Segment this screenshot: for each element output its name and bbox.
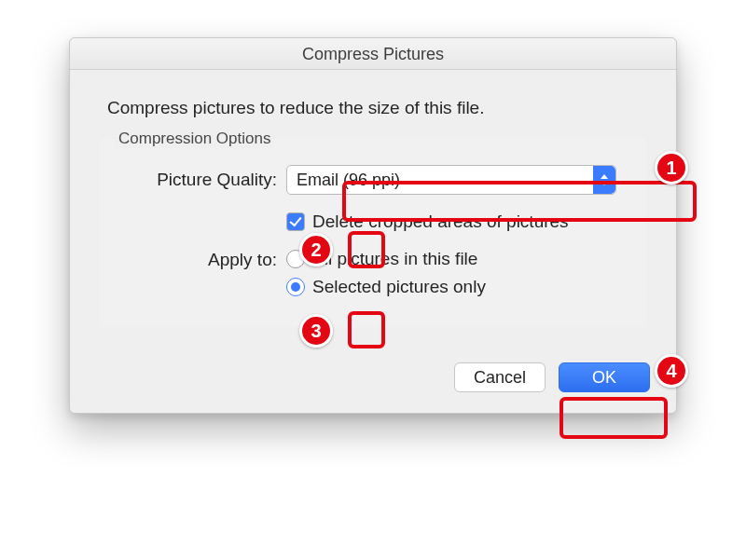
picture-quality-select[interactable]: Email (96 ppi) bbox=[286, 165, 616, 195]
apply-to-label: Apply to: bbox=[118, 249, 286, 270]
radio-selected-label: Selected pictures only bbox=[312, 277, 486, 297]
radio-selected-pictures[interactable] bbox=[286, 278, 305, 296]
group-legend: Compression Options bbox=[115, 130, 274, 148]
delete-cropped-label: Delete cropped areas of pictures bbox=[312, 212, 569, 232]
dialog-actions: Cancel OK bbox=[70, 346, 676, 413]
select-stepper-icon bbox=[593, 166, 615, 194]
delete-cropped-row: Delete cropped areas of pictures bbox=[118, 212, 628, 232]
picture-quality-label: Picture Quality: bbox=[118, 170, 286, 190]
dialog-title: Compress Pictures bbox=[70, 38, 676, 70]
picture-quality-row: Picture Quality: Email (96 ppi) bbox=[118, 165, 628, 195]
picture-quality-value: Email (96 ppi) bbox=[297, 171, 400, 190]
compress-pictures-dialog: Compress Pictures Compress pictures to r… bbox=[69, 37, 677, 414]
cancel-button[interactable]: Cancel bbox=[454, 362, 546, 392]
delete-cropped-checkbox[interactable] bbox=[286, 212, 305, 231]
ok-button[interactable]: OK bbox=[559, 362, 650, 392]
compression-options-group: Compression Options Picture Quality: Ema… bbox=[100, 139, 646, 327]
dialog-content: Compress pictures to reduce the size of … bbox=[70, 70, 676, 346]
radio-all-pictures[interactable] bbox=[286, 250, 305, 268]
intro-text: Compress pictures to reduce the size of … bbox=[107, 98, 650, 118]
apply-to-row: Apply to: All pictures in this file Sele… bbox=[118, 249, 628, 305]
checkmark-icon bbox=[289, 214, 301, 227]
radio-all-label: All pictures in this file bbox=[312, 249, 477, 269]
